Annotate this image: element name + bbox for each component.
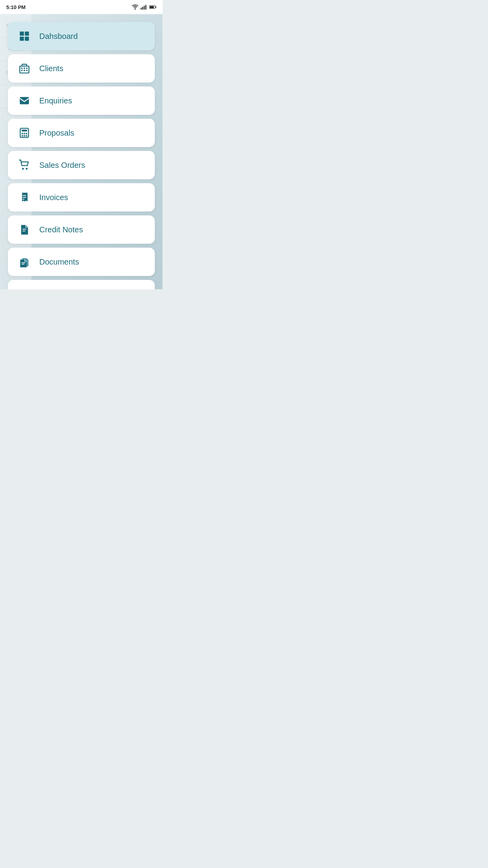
cart-icon [17, 158, 31, 172]
menu-item-documents[interactable]: Documents [8, 248, 155, 276]
svg-rect-15 [21, 70, 23, 72]
svg-rect-21 [22, 133, 23, 134]
svg-rect-9 [20, 37, 24, 41]
invoices-label: Invoices [39, 193, 68, 202]
svg-rect-10 [25, 37, 29, 41]
svg-point-28 [26, 168, 28, 170]
svg-rect-3 [145, 5, 146, 9]
status-time: 5:10 PM [6, 4, 26, 10]
credit-notes-label: Credit Notes [39, 225, 83, 234]
svg-rect-24 [22, 135, 23, 137]
battery-icon [149, 5, 156, 9]
menu-item-clients[interactable]: Clients [8, 54, 155, 83]
building-icon [17, 61, 31, 75]
clients-label: Clients [39, 64, 63, 73]
docs-icon [17, 255, 31, 269]
svg-rect-0 [141, 8, 141, 10]
menu-overlay: Dahsboard Clients Enquiries [0, 14, 163, 289]
svg-rect-16 [24, 70, 25, 72]
enquiries-label: Enquiries [39, 96, 72, 105]
dashboard-label: Dahsboard [39, 32, 78, 41]
svg-rect-26 [26, 135, 28, 137]
svg-rect-17 [26, 70, 28, 72]
status-icons [132, 4, 156, 10]
svg-rect-6 [156, 7, 156, 8]
signal-icon [141, 4, 147, 10]
credit-doc-icon [17, 223, 31, 237]
menu-item-sales-orders[interactable]: Sales Orders [8, 151, 155, 179]
envelope-icon [17, 94, 31, 108]
svg-rect-7 [20, 31, 24, 36]
menu-item-proposals[interactable]: Proposals [8, 119, 155, 147]
svg-rect-1 [142, 7, 143, 9]
menu-item-payments-received[interactable]: Payments Received [8, 280, 155, 289]
grid-icon [17, 29, 31, 43]
calculator-icon [17, 126, 31, 140]
sales-orders-label: Sales Orders [39, 161, 85, 170]
svg-rect-8 [25, 31, 29, 36]
documents-label: Documents [39, 257, 79, 267]
menu-item-credit-notes[interactable]: Credit Notes [8, 215, 155, 244]
svg-rect-11 [20, 66, 29, 73]
svg-rect-14 [26, 68, 28, 69]
svg-rect-2 [144, 6, 145, 10]
invoice-icon [17, 190, 31, 204]
menu-item-enquiries[interactable]: Enquiries [8, 86, 155, 115]
wifi-icon [132, 4, 138, 10]
menu-item-dashboard[interactable]: Dahsboard [8, 22, 155, 50]
svg-point-27 [22, 168, 24, 170]
menu-item-invoices[interactable]: Invoices [8, 183, 155, 211]
svg-rect-18 [20, 97, 29, 105]
svg-rect-23 [26, 133, 28, 134]
status-bar: 5:10 PM [0, 0, 163, 14]
svg-rect-5 [150, 6, 154, 8]
svg-rect-25 [24, 135, 25, 137]
svg-rect-12 [21, 68, 23, 69]
card-icon [17, 287, 31, 289]
svg-rect-20 [22, 130, 27, 132]
svg-rect-13 [24, 68, 25, 69]
svg-rect-22 [24, 133, 25, 134]
proposals-label: Proposals [39, 129, 74, 138]
